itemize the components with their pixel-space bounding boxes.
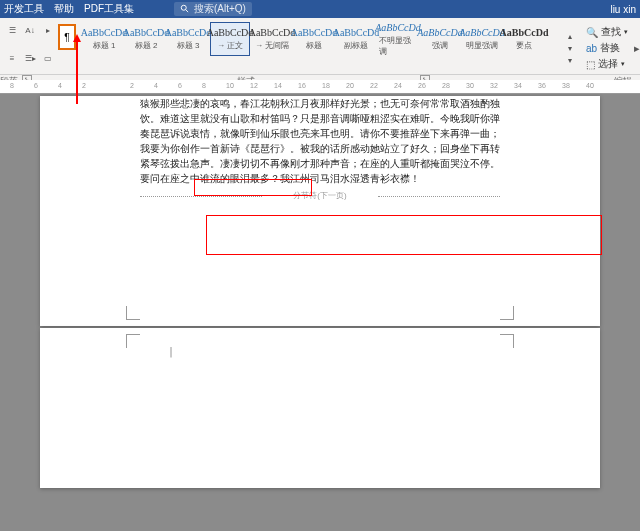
ruler-tick: 12: [250, 82, 258, 89]
ruler-tick: 36: [538, 82, 546, 89]
style-label: → 无间隔: [255, 40, 289, 51]
margin-corner: [500, 306, 514, 320]
find-button[interactable]: 🔍查找▾: [586, 24, 628, 40]
ruler-tick: 8: [10, 82, 14, 89]
style-要点[interactable]: AaBbCcDd要点: [504, 22, 544, 56]
style-标题[interactable]: AaBbCcDd标题: [294, 22, 334, 56]
ribbon: ☰ A↓ ▸ ¶ ≡ ☰▸ ▭ AaBbCcDd标题 1AaBbCcDd标题 2…: [0, 18, 640, 75]
user-name[interactable]: liu xin: [610, 4, 636, 15]
ruler-tick: 6: [34, 82, 38, 89]
style-不明显强调[interactable]: AaBbCcDd不明显强调: [378, 22, 418, 56]
style-无间隔[interactable]: AaBbCcDd→ 无间隔: [252, 22, 292, 56]
align-button[interactable]: ≡: [4, 52, 20, 64]
ruler-tick: 2: [82, 82, 86, 89]
ruler-tick: 10: [226, 82, 234, 89]
margin-corner: [126, 334, 140, 348]
page-1[interactable]: 猿猴那些悲凄的哀鸣，春江花朝秋江月夜那样好光景；也无可奈何常常取酒独酌独饮。难道…: [40, 96, 600, 326]
margin-corner: [126, 306, 140, 320]
ruler-tick: 40: [586, 82, 594, 89]
ruler-tick: 4: [154, 82, 158, 89]
style-sample: AaBbCcDd: [459, 27, 505, 38]
styles-row-down[interactable]: ▾: [562, 42, 578, 54]
style-label: 要点: [516, 40, 532, 51]
editing-group: 🔍查找▾ ab替换 ⬚选择▾: [580, 22, 634, 74]
ruler-tick: 6: [178, 82, 182, 89]
horizontal-ruler[interactable]: 8642246810121416182022242628303234363840: [0, 80, 640, 94]
style-标题2[interactable]: AaBbCcDd标题 2: [126, 22, 166, 56]
ruler-tick: 20: [346, 82, 354, 89]
svg-line-1: [186, 10, 189, 13]
styles-row-up[interactable]: ▴: [562, 30, 578, 42]
style-副标题[interactable]: AaBbCcDd副标题: [336, 22, 376, 56]
style-label: 标题 1: [93, 40, 116, 51]
style-标题3[interactable]: AaBbCcDd标题 3: [168, 22, 208, 56]
indent-button[interactable]: ▸: [40, 24, 56, 36]
style-sample: AaBbCcDd: [333, 27, 380, 38]
style-sample: AaBbCcDd: [500, 27, 549, 38]
style-sample: AaBbCcDd: [291, 27, 338, 38]
styles-gallery: AaBbCcDd标题 1AaBbCcDd标题 2AaBbCcDd标题 3AaBb…: [80, 22, 560, 74]
text-cursor: |: [168, 346, 174, 357]
bullet-list-button[interactable]: ☰: [4, 24, 20, 36]
search-icon: [180, 4, 190, 14]
style-label: 副标题: [344, 40, 368, 51]
search-box[interactable]: 搜索(Alt+Q): [174, 2, 252, 16]
style-label: → 正文: [217, 40, 243, 51]
document-workspace: 8642246810121416182022242628303234363840…: [0, 80, 640, 531]
style-label: 标题 2: [135, 40, 158, 51]
ruler-tick: 4: [58, 82, 62, 89]
style-sample: AaBbCcDd: [165, 27, 212, 38]
style-sample: AaBbCcDd: [375, 22, 421, 33]
find-icon: 🔍: [586, 27, 598, 38]
paragraph-group: ☰ A↓ ▸ ¶ ≡ ☰▸ ▭: [0, 22, 80, 74]
title-bar: 开发工具 帮助 PDF工具集 搜索(Alt+Q) liu xin: [0, 0, 640, 18]
replace-icon: ab: [586, 43, 597, 54]
ruler-tick: 34: [514, 82, 522, 89]
ruler-tick: 32: [490, 82, 498, 89]
style-sample: AaBbCcDd: [249, 27, 296, 38]
style-sample: AaBbCcDd: [417, 27, 463, 38]
ruler-tick: 24: [394, 82, 402, 89]
style-标题1[interactable]: AaBbCcDd标题 1: [84, 22, 124, 56]
style-明显强调[interactable]: AaBbCcDd明显强调: [462, 22, 502, 56]
style-强调[interactable]: AaBbCcDd强调: [420, 22, 460, 56]
style-label: 强调: [432, 40, 448, 51]
section-break-marker[interactable]: 分节符(下一页): [140, 190, 500, 201]
style-label: 明显强调: [466, 40, 498, 51]
ruler-tick: 14: [274, 82, 282, 89]
styles-more[interactable]: ▾: [562, 54, 578, 66]
style-sample: AaBbCcDd: [81, 27, 128, 38]
tab-help[interactable]: 帮助: [54, 2, 74, 16]
style-正文[interactable]: AaBbCcDd→ 正文: [210, 22, 250, 56]
page-2[interactable]: |: [40, 328, 600, 488]
margin-corner: [500, 334, 514, 348]
ruler-tick: 18: [322, 82, 330, 89]
line-spacing-button[interactable]: ☰▸: [22, 52, 38, 64]
svg-point-0: [181, 5, 186, 10]
ruler-tick: 16: [298, 82, 306, 89]
ruler-tick: 30: [466, 82, 474, 89]
style-sample: AaBbCcDd: [207, 27, 254, 38]
tab-dev-tools[interactable]: 开发工具: [4, 2, 44, 16]
select-button[interactable]: ⬚选择▾: [586, 56, 628, 72]
ruler-tick: 22: [370, 82, 378, 89]
style-sample: AaBbCcDd: [123, 27, 170, 38]
style-label: 标题 3: [177, 40, 200, 51]
sort-button[interactable]: A↓: [22, 24, 38, 36]
replace-button[interactable]: ab替换: [586, 40, 628, 56]
tab-pdf-tools[interactable]: PDF工具集: [84, 2, 134, 16]
select-icon: ⬚: [586, 59, 595, 70]
style-label: 标题: [306, 40, 322, 51]
ruler-tick: 2: [130, 82, 134, 89]
search-placeholder: 搜索(Alt+Q): [194, 2, 246, 16]
ruler-tick: 38: [562, 82, 570, 89]
shading-button[interactable]: ▭: [40, 52, 56, 64]
ruler-tick: 26: [418, 82, 426, 89]
ribbon-collapse[interactable]: ▸: [634, 22, 640, 74]
ruler-tick: 28: [442, 82, 450, 89]
annotation-arrow: [76, 36, 78, 104]
style-label: 不明显强调: [379, 35, 417, 57]
body-paragraph[interactable]: 猿猴那些悲凄的哀鸣，春江花朝秋江月夜那样好光景；也无可奈何常常取酒独酌独饮。难道…: [140, 96, 500, 186]
ruler-tick: 8: [202, 82, 206, 89]
annotation-box-break: [206, 215, 602, 255]
